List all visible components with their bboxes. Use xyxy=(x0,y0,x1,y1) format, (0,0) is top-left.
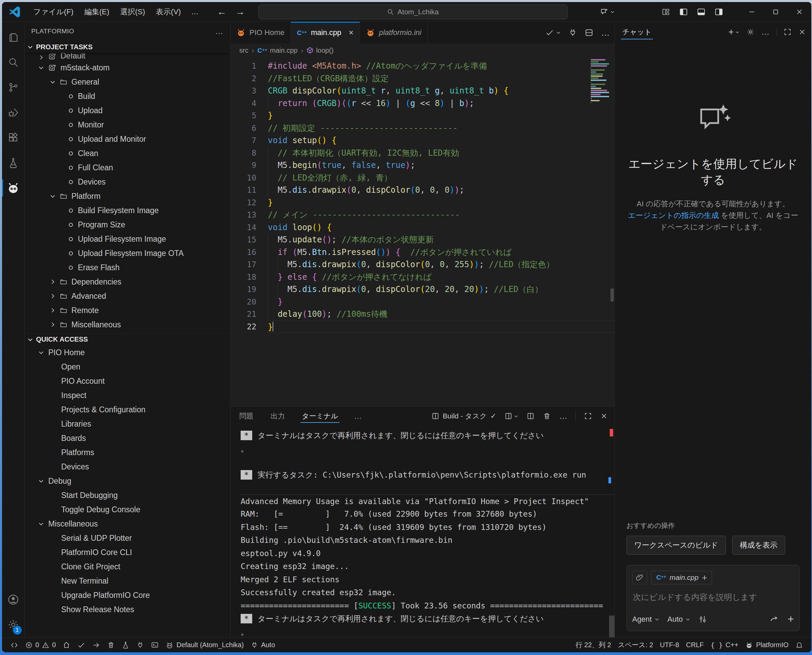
settings-gear-icon[interactable]: 1 xyxy=(2,612,25,637)
task-upload-filesystem-image[interactable]: Upload Filesystem Image xyxy=(25,232,230,246)
quick-access-debug[interactable]: Debug xyxy=(25,474,230,488)
new-terminal-dropdown-icon[interactable] xyxy=(504,412,518,420)
new-chat-icon[interactable]: + xyxy=(728,26,740,37)
breadcrumb-main-cpp[interactable]: C++main.cpp xyxy=(257,46,297,54)
close-tab-icon[interactable]: × xyxy=(349,28,354,37)
task-miscellaneous[interactable]: Miscellaneous xyxy=(25,317,230,332)
attach-context-button[interactable] xyxy=(632,571,647,584)
quick-access-serial-udp-plotter[interactable]: Serial & UDP Plotter xyxy=(25,531,230,545)
split-terminal-icon[interactable] xyxy=(526,412,535,420)
task-build-filesystem-image[interactable]: Build Filesystem Image xyxy=(25,203,230,218)
task-full-clean[interactable]: Full Clean xyxy=(25,160,230,175)
panel-tab-output[interactable]: 出力 xyxy=(269,406,286,426)
task-clean[interactable]: Clean xyxy=(25,146,230,160)
command-center-search[interactable]: Atom_Lchika xyxy=(258,5,567,19)
minimap[interactable] xyxy=(591,59,610,104)
agent-mode-select[interactable]: Agent xyxy=(632,615,660,624)
quick-access-upgrade-platformio-core[interactable]: Upgrade PlatformIO Core xyxy=(25,588,230,602)
pio-home-button[interactable] xyxy=(59,638,74,653)
task-upload-and-monitor[interactable]: Upload and Monitor xyxy=(25,132,230,146)
section-quick-access[interactable]: QUICK ACCESS xyxy=(25,333,230,345)
chat-input-card[interactable]: C++ main.cpp + 次にビルドする内容を説明します Agent xyxy=(626,565,800,631)
panel-more-icon[interactable]: … xyxy=(559,411,567,421)
task-upload[interactable]: Upload xyxy=(25,103,230,118)
quick-access-pio-account[interactable]: PIO Account xyxy=(25,374,230,388)
pio-env-switcher[interactable]: Default (Atom_Lchika) xyxy=(162,638,247,653)
menu-f[interactable]: ファイル(F) xyxy=(28,5,79,19)
context-chip-main-cpp[interactable]: C++ main.cpp + xyxy=(651,571,712,584)
quick-access-show-release-notes[interactable]: Show Release Notes xyxy=(25,602,230,617)
tab-platformio-ini[interactable]: platformio.ini xyxy=(360,22,428,43)
forward-button[interactable]: → xyxy=(235,6,245,17)
remote-indicator[interactable] xyxy=(7,638,22,653)
task-build[interactable]: Build xyxy=(25,89,230,103)
task-advanced[interactable]: Advanced xyxy=(25,289,230,303)
close-chat-icon[interactable] xyxy=(798,28,806,36)
terminal-instance-build-task[interactable]: Build - タスク ✓ xyxy=(431,411,496,421)
close-button[interactable] xyxy=(787,2,811,22)
maximize-panel-icon[interactable] xyxy=(584,412,592,420)
split-editor-icon[interactable] xyxy=(584,28,594,37)
encoding[interactable]: UTF-8 xyxy=(657,638,683,653)
breadcrumb-loop[interactable]: loop() xyxy=(307,46,334,54)
tab-main-cpp[interactable]: C++ main.cpp × xyxy=(291,22,360,43)
pio-test-button[interactable] xyxy=(118,638,133,653)
task-program-size[interactable]: Program Size xyxy=(25,218,230,232)
editor-scrollbar[interactable] xyxy=(611,288,614,302)
copilot-chat-button[interactable] xyxy=(598,2,616,22)
task-devices[interactable]: Devices xyxy=(25,175,230,189)
code-editor[interactable]: 12345678910111213141516171819202122 #inc… xyxy=(231,57,615,406)
generate-instructions-link[interactable]: エージェントの指示の生成 xyxy=(628,211,719,220)
task-monitor[interactable]: Monitor xyxy=(25,118,230,132)
maximize-chat-icon[interactable] xyxy=(783,28,792,36)
notifications-bell-icon[interactable] xyxy=(792,638,807,653)
menu-overflow-button[interactable]: … xyxy=(186,5,203,18)
toggle-panel-icon[interactable] xyxy=(692,2,710,22)
pio-terminal-button[interactable] xyxy=(148,638,162,653)
back-button[interactable]: ← xyxy=(217,6,226,17)
chat-more-icon[interactable]: … xyxy=(761,27,769,37)
pio-build-button[interactable] xyxy=(74,638,89,653)
task-m5stack-atom[interactable]: m5stack-atom xyxy=(25,60,230,75)
platformio-icon[interactable] xyxy=(2,175,25,201)
search-sidebar-icon[interactable] xyxy=(2,50,25,75)
panel-tab-terminal[interactable]: ターミナル xyxy=(300,406,340,426)
breadcrumb-src[interactable]: src xyxy=(239,46,248,54)
menu-s[interactable]: 選択(S) xyxy=(115,5,150,19)
task-default[interactable]: Default xyxy=(25,53,230,60)
terminal-output[interactable]: *ターミナルはタスクで再利用されます、閉じるには任意のキーを押してください。*実… xyxy=(231,426,615,637)
quick-access-start-debugging[interactable]: Start Debugging xyxy=(25,488,230,503)
add-icon[interactable]: + xyxy=(787,613,794,626)
close-panel-icon[interactable] xyxy=(600,412,608,420)
quick-access-libraries[interactable]: Libraries xyxy=(25,417,230,431)
pio-monitor-button[interactable] xyxy=(133,638,148,653)
testing-icon[interactable] xyxy=(2,150,25,175)
quick-access-inspect[interactable]: Inspect xyxy=(25,388,230,403)
task-upload-filesystem-image-ota[interactable]: Upload Filesystem Image OTA xyxy=(25,246,230,260)
extensions-icon[interactable] xyxy=(2,125,25,150)
quick-access-pio-home[interactable]: PIO Home xyxy=(25,345,230,360)
pio-upload-button[interactable] xyxy=(89,638,104,653)
quick-access-platformio-core-cli[interactable]: PlatformIO Core CLI xyxy=(25,545,230,560)
platformio-status[interactable]: PlatformIO xyxy=(742,638,792,653)
minimize-button[interactable] xyxy=(740,2,764,22)
indentation[interactable]: スペース: 2 xyxy=(615,638,657,653)
cursor-position[interactable]: 行 22、列 2 xyxy=(572,638,614,653)
quick-access-platforms[interactable]: Platforms xyxy=(25,445,230,460)
source-control-icon[interactable] xyxy=(2,75,25,100)
quick-access-miscellaneous[interactable]: Miscellaneous xyxy=(25,517,230,531)
problems-indicator[interactable]: 0 0 xyxy=(22,638,59,653)
eol-sequence[interactable]: CRLF xyxy=(683,638,707,653)
quick-access-clone-git-project[interactable]: Clone Git Project xyxy=(25,560,230,574)
toggle-secondary-sidebar-icon[interactable] xyxy=(710,2,728,22)
tab-pio-home[interactable]: PIO Home xyxy=(231,22,291,43)
section-project-tasks[interactable]: PROJECT TASKS xyxy=(25,41,230,53)
menu-e[interactable]: 編集(E) xyxy=(79,5,115,19)
chat-input-placeholder[interactable]: 次にビルドする内容を説明します xyxy=(633,592,793,603)
panel-tabs-more-icon[interactable]: … xyxy=(354,411,362,421)
task-platform[interactable]: Platform xyxy=(25,189,230,203)
quick-access-new-terminal[interactable]: New Terminal xyxy=(25,574,230,588)
quick-access-open[interactable]: Open xyxy=(25,360,230,374)
task-remote[interactable]: Remote xyxy=(25,303,230,317)
model-select[interactable]: Auto xyxy=(667,615,691,624)
